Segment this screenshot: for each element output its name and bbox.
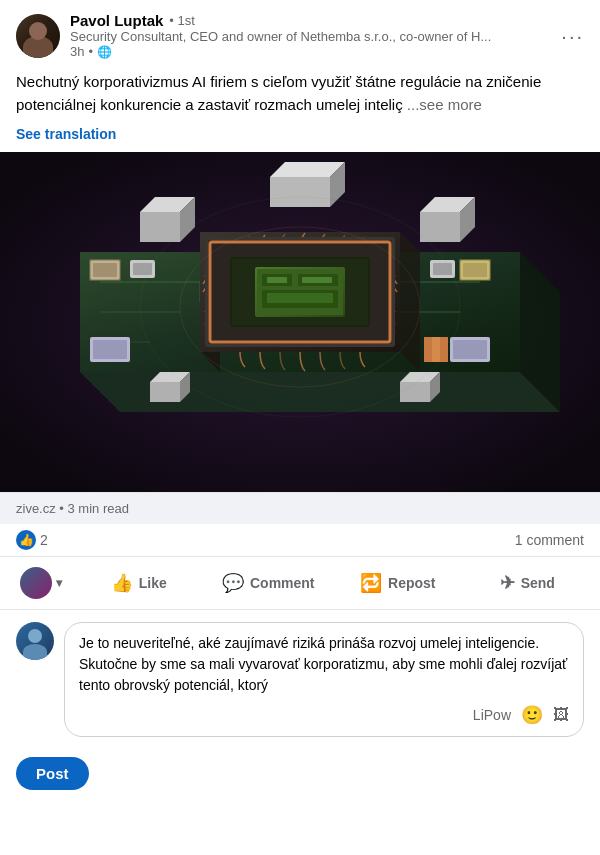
article-source-text: zive.cz • 3 min read xyxy=(16,501,129,516)
svg-marker-31 xyxy=(400,232,420,372)
user-title: Security Consultant, CEO and owner of Ne… xyxy=(70,29,491,44)
connection-badge: • 1st xyxy=(169,13,195,28)
svg-marker-48 xyxy=(420,212,460,242)
svg-rect-42 xyxy=(267,277,287,283)
comment-label: Comment xyxy=(250,575,315,591)
more-options-button[interactable]: ··· xyxy=(561,26,584,46)
post-time: 3h xyxy=(70,44,84,59)
commenter-avatar xyxy=(16,622,54,660)
send-icon: ✈ xyxy=(500,572,515,594)
post-btn-row: Post xyxy=(0,749,600,806)
svg-marker-45 xyxy=(140,212,180,242)
comment-text: Je to neuveriteľné, aké zaujímavé riziká… xyxy=(79,633,569,696)
emoji-button[interactable]: 🙂 xyxy=(521,704,543,726)
like-icon: 👍 xyxy=(111,572,133,594)
svg-rect-24 xyxy=(453,340,487,359)
svg-marker-54 xyxy=(150,382,180,402)
reactions-bar: 👍 2 1 comment xyxy=(0,524,600,557)
send-button[interactable]: ✈ Send xyxy=(463,564,593,602)
svg-rect-22 xyxy=(93,340,127,359)
svg-rect-43 xyxy=(302,277,332,283)
svg-rect-13 xyxy=(93,263,117,277)
see-translation-button[interactable]: See translation xyxy=(0,124,600,152)
send-label: Send xyxy=(521,575,555,591)
current-user-avatar xyxy=(20,567,52,599)
post-meta: 3h • 🌐 xyxy=(70,44,491,59)
comment-icon: 💬 xyxy=(222,572,244,594)
user-name-row: Pavol Luptak • 1st xyxy=(70,12,491,29)
reactions-left: 👍 2 xyxy=(16,530,48,550)
post-text: Nechutný korporativizmus AI firiem s cie… xyxy=(0,67,600,124)
svg-rect-27 xyxy=(424,337,432,362)
separator: • xyxy=(88,44,93,59)
like-reaction-icon: 👍 xyxy=(16,530,36,550)
post-card: Pavol Luptak • 1st Security Consultant, … xyxy=(0,0,600,855)
comment-box[interactable]: Je to neuveriteľné, aké zaujímavé riziká… xyxy=(64,622,584,737)
post-image xyxy=(0,152,600,492)
header-left: Pavol Luptak • 1st Security Consultant, … xyxy=(16,12,491,59)
actions-bar: ▾ 👍 Like 💬 Comment 🔁 Repost ✈ Send xyxy=(0,557,600,610)
user-action-avatar[interactable]: ▾ xyxy=(8,559,74,607)
globe-icon: 🌐 xyxy=(97,45,112,59)
like-label: Like xyxy=(139,575,167,591)
repost-button[interactable]: 🔁 Repost xyxy=(333,564,463,602)
svg-rect-44 xyxy=(267,293,333,303)
chevron-down-icon: ▾ xyxy=(56,576,62,590)
svg-rect-18 xyxy=(463,263,487,277)
svg-rect-26 xyxy=(432,337,440,362)
see-more-button[interactable]: ...see more xyxy=(407,96,482,113)
svg-rect-20 xyxy=(433,263,452,275)
svg-marker-51 xyxy=(270,177,330,207)
post-header: Pavol Luptak • 1st Security Consultant, … xyxy=(0,0,600,67)
article-source: zive.cz • 3 min read xyxy=(0,492,600,524)
reaction-count: 2 xyxy=(40,532,48,548)
comment-footer: LiPow 🙂 🖼 xyxy=(79,704,569,726)
svg-rect-25 xyxy=(440,337,448,362)
like-button[interactable]: 👍 Like xyxy=(74,564,204,602)
svg-rect-15 xyxy=(133,263,152,275)
repost-label: Repost xyxy=(388,575,435,591)
post-button[interactable]: Post xyxy=(16,757,89,790)
user-name[interactable]: Pavol Luptak xyxy=(70,12,163,29)
svg-marker-57 xyxy=(400,382,430,402)
user-info: Pavol Luptak • 1st Security Consultant, … xyxy=(70,12,491,59)
avatar[interactable] xyxy=(16,14,60,58)
repost-icon: 🔁 xyxy=(360,572,382,594)
comment-section: Je to neuveriteľné, aké zaujímavé riziká… xyxy=(0,610,600,749)
comment-button[interactable]: 💬 Comment xyxy=(204,564,334,602)
photo-button[interactable]: 🖼 xyxy=(553,706,569,724)
comments-count[interactable]: 1 comment xyxy=(515,532,584,548)
comment-author: LiPow xyxy=(473,707,511,723)
